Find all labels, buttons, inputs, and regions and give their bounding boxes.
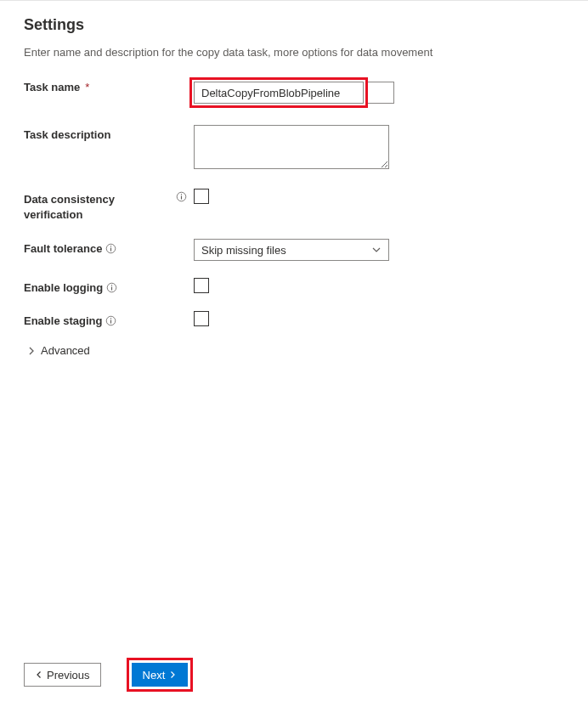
task-name-input-extension: [368, 82, 394, 104]
caret-right-icon: [27, 347, 36, 355]
svg-rect-4: [110, 248, 111, 252]
svg-rect-10: [110, 320, 111, 324]
page-title: Settings: [24, 16, 564, 34]
enable-logging-label: Enable logging: [24, 281, 103, 294]
task-name-label: Task name: [24, 81, 80, 93]
task-description-label: Task description: [24, 128, 110, 141]
fault-tolerance-value: Skip missing files: [201, 244, 286, 257]
data-consistency-label: Data consistency verification: [24, 192, 115, 222]
task-name-input[interactable]: [194, 82, 364, 104]
info-icon[interactable]: [106, 282, 117, 293]
next-button[interactable]: Next: [132, 663, 189, 687]
svg-rect-5: [110, 246, 111, 246]
next-button-highlight: Next: [127, 658, 194, 692]
info-icon[interactable]: [105, 243, 116, 254]
chevron-down-icon: [371, 245, 382, 255]
task-description-input[interactable]: [194, 125, 389, 169]
fault-tolerance-dropdown[interactable]: Skip missing files: [194, 239, 389, 261]
enable-staging-label: Enable staging: [24, 314, 102, 327]
advanced-label: Advanced: [41, 344, 90, 357]
info-icon[interactable]: [172, 191, 187, 202]
previous-label: Previous: [47, 669, 90, 682]
next-label: Next: [143, 669, 166, 682]
enable-logging-checkbox[interactable]: [194, 278, 209, 293]
advanced-toggle[interactable]: Advanced: [24, 344, 564, 357]
chevron-right-icon: [168, 670, 177, 679]
info-icon[interactable]: [105, 315, 116, 326]
page-subtitle: Enter name and description for the copy …: [24, 46, 564, 59]
enable-staging-checkbox[interactable]: [194, 311, 209, 326]
required-indicator: *: [85, 81, 89, 93]
task-name-highlight: [189, 77, 368, 108]
svg-rect-7: [111, 287, 112, 291]
wizard-footer: Previous Next: [24, 658, 193, 692]
chevron-left-icon: [35, 670, 43, 679]
svg-rect-11: [110, 318, 111, 319]
data-consistency-checkbox[interactable]: [194, 189, 209, 204]
svg-rect-1: [181, 195, 182, 199]
svg-rect-8: [111, 285, 112, 286]
svg-rect-2: [181, 194, 182, 195]
fault-tolerance-label: Fault tolerance: [24, 242, 102, 255]
previous-button[interactable]: Previous: [24, 663, 101, 687]
